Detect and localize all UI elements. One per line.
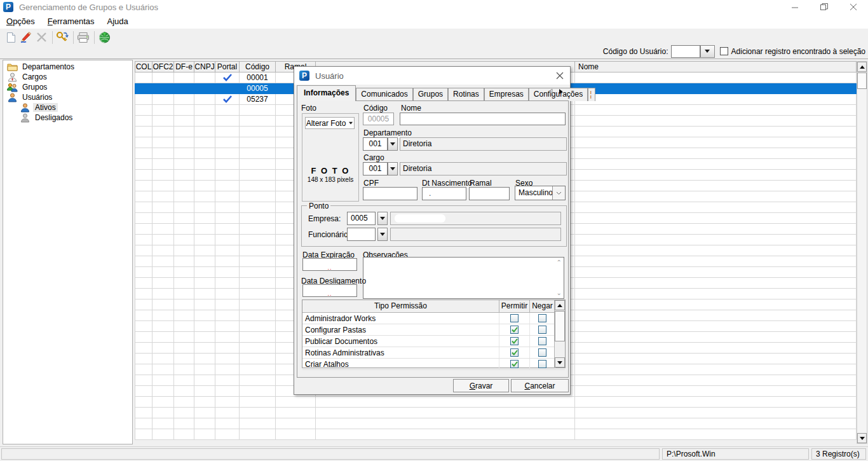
data-desligamento-input[interactable]: .. bbox=[302, 284, 357, 297]
column-header-nome[interactable]: Nome bbox=[575, 61, 857, 72]
negar-checkbox[interactable] bbox=[538, 326, 546, 334]
column-header-código[interactable]: Código bbox=[240, 61, 276, 72]
observacoes-textarea[interactable]: ⌃ ⌄ bbox=[363, 257, 564, 299]
permissions-scroll-up-button[interactable] bbox=[555, 300, 565, 310]
permissions-column-permitir[interactable]: Permitir bbox=[499, 300, 530, 312]
alterar-foto-button[interactable]: Alterar Foto bbox=[305, 117, 355, 129]
permissions-scrollbar[interactable] bbox=[554, 300, 565, 368]
ramal-input[interactable] bbox=[469, 187, 510, 200]
permission-row[interactable]: Criar Atalhos bbox=[302, 359, 565, 370]
negar-checkbox[interactable] bbox=[538, 360, 546, 368]
edit-pencil-icon[interactable] bbox=[19, 31, 33, 45]
negar-checkbox[interactable] bbox=[538, 314, 546, 322]
table-cell bbox=[240, 170, 276, 181]
cargo-code-field[interactable]: 001 bbox=[363, 162, 388, 175]
table-cell bbox=[194, 418, 215, 429]
negar-checkbox[interactable] bbox=[538, 337, 546, 345]
tab-overflow[interactable]: ¦ bbox=[588, 88, 595, 101]
cargo-dropdown-button[interactable] bbox=[388, 162, 398, 175]
user-code-dropdown-button[interactable] bbox=[700, 45, 715, 58]
table-cell bbox=[575, 191, 857, 202]
close-button[interactable] bbox=[839, 0, 868, 14]
table-cell bbox=[215, 191, 240, 202]
permissions-column-negar[interactable]: Negar bbox=[530, 300, 555, 312]
table-row-empty[interactable] bbox=[135, 397, 857, 408]
tree-item-cargos[interactable]: Cargos bbox=[3, 72, 132, 82]
permission-cell bbox=[530, 336, 555, 347]
menu-item-ajuda[interactable]: Ajuda bbox=[101, 14, 135, 29]
scroll-down-button[interactable] bbox=[857, 433, 867, 443]
permitir-checkbox[interactable] bbox=[510, 326, 519, 334]
empresa-dropdown-button[interactable] bbox=[377, 212, 388, 225]
keys-icon[interactable] bbox=[55, 31, 69, 45]
grid-vertical-scrollbar[interactable] bbox=[857, 61, 867, 444]
sexo-select[interactable]: Masculino bbox=[515, 186, 566, 200]
negar-checkbox[interactable] bbox=[538, 348, 546, 357]
permissions-scroll-down-button[interactable] bbox=[555, 357, 565, 368]
permission-row[interactable]: Administrador Works bbox=[302, 313, 565, 324]
column-header-portal[interactable]: Portal bbox=[215, 61, 240, 72]
data-expiracao-input[interactable]: .. bbox=[302, 258, 357, 271]
tree-item-usuários[interactable]: Usuários bbox=[3, 92, 132, 102]
column-header-ofc2[interactable]: OFC2 bbox=[153, 61, 174, 72]
funcionario-code-field[interactable] bbox=[347, 228, 376, 241]
globe-icon[interactable] bbox=[97, 31, 111, 45]
departamento-code-field[interactable]: 001 bbox=[363, 137, 388, 151]
tree-item-departamentos[interactable]: Departamentos bbox=[3, 62, 132, 72]
permission-row[interactable]: Publicar Documentos bbox=[302, 336, 565, 347]
table-row-empty[interactable] bbox=[135, 429, 857, 440]
tab-scroll-left-icon[interactable] bbox=[548, 88, 553, 95]
permitir-checkbox[interactable] bbox=[510, 337, 519, 345]
empresa-code-field[interactable]: 0005 bbox=[347, 212, 376, 225]
gravar-button[interactable]: Gravar bbox=[453, 379, 509, 392]
tree-item-ativos[interactable]: Ativos bbox=[3, 102, 132, 113]
permissions-scroll-thumb[interactable] bbox=[555, 311, 565, 341]
cancelar-button[interactable]: Cancelar bbox=[511, 379, 569, 392]
funcionario-dropdown-button[interactable] bbox=[377, 228, 388, 241]
permission-row[interactable]: Rotinas Administrativas bbox=[302, 347, 565, 359]
dt-nascimento-input[interactable]: . bbox=[422, 187, 466, 200]
user-code-input[interactable] bbox=[671, 45, 700, 58]
table-cell bbox=[135, 375, 153, 386]
permission-row[interactable]: Configurar Pastas bbox=[302, 324, 565, 336]
cpf-input[interactable] bbox=[363, 187, 417, 200]
nome-input[interactable] bbox=[400, 113, 566, 125]
maximize-button[interactable] bbox=[810, 0, 839, 14]
delete-x-icon[interactable] bbox=[34, 31, 48, 45]
scroll-up-button[interactable] bbox=[857, 62, 867, 72]
table-cell bbox=[135, 127, 153, 137]
textarea-scroll-up-icon[interactable]: ⌃ bbox=[557, 260, 562, 265]
redacted-text bbox=[395, 214, 445, 223]
new-document-icon[interactable] bbox=[4, 31, 18, 45]
dialog-close-icon[interactable] bbox=[555, 71, 564, 80]
tree-item-desligados[interactable]: Desligados bbox=[3, 113, 132, 123]
tab-rotinas[interactable]: Rotinas bbox=[448, 88, 484, 101]
minimize-button[interactable] bbox=[780, 0, 810, 14]
column-header-col[interactable]: COL bbox=[135, 61, 153, 72]
table-cell bbox=[194, 159, 215, 170]
tree-item-grupos[interactable]: Grupos bbox=[3, 82, 132, 92]
scroll-thumb[interactable] bbox=[857, 72, 867, 89]
tab-informações[interactable]: Informações bbox=[297, 85, 356, 101]
menu-item-ferramentas[interactable]: Ferramentas bbox=[41, 14, 101, 29]
sexo-chevron-icon[interactable] bbox=[552, 186, 565, 200]
permitir-checkbox[interactable] bbox=[510, 348, 519, 357]
tab-comunicados[interactable]: Comunicados bbox=[356, 88, 412, 101]
permitir-checkbox[interactable] bbox=[510, 360, 519, 368]
permissions-column-tipo-permissão[interactable]: Tipo Permissão bbox=[302, 300, 499, 312]
textarea-scroll-down-icon[interactable]: ⌄ bbox=[557, 291, 562, 296]
menu-item-opções[interactable]: Opções bbox=[0, 14, 41, 29]
column-header-cnpj[interactable]: CNPJ bbox=[194, 61, 215, 72]
column-header-df-e[interactable]: DF-e bbox=[174, 61, 194, 72]
departamento-dropdown-button[interactable] bbox=[388, 137, 398, 151]
table-cell bbox=[135, 289, 153, 299]
permitir-checkbox[interactable] bbox=[510, 314, 519, 322]
table-row-empty[interactable] bbox=[135, 408, 857, 418]
table-cell bbox=[240, 408, 276, 418]
printer-icon[interactable] bbox=[76, 31, 90, 45]
add-to-selection-checkbox[interactable] bbox=[720, 47, 728, 55]
table-row-empty[interactable] bbox=[135, 418, 857, 429]
tab-grupos[interactable]: Grupos bbox=[413, 88, 448, 101]
tab-scroll-right-icon[interactable] bbox=[559, 88, 564, 95]
tab-empresas[interactable]: Empresas bbox=[484, 88, 529, 101]
